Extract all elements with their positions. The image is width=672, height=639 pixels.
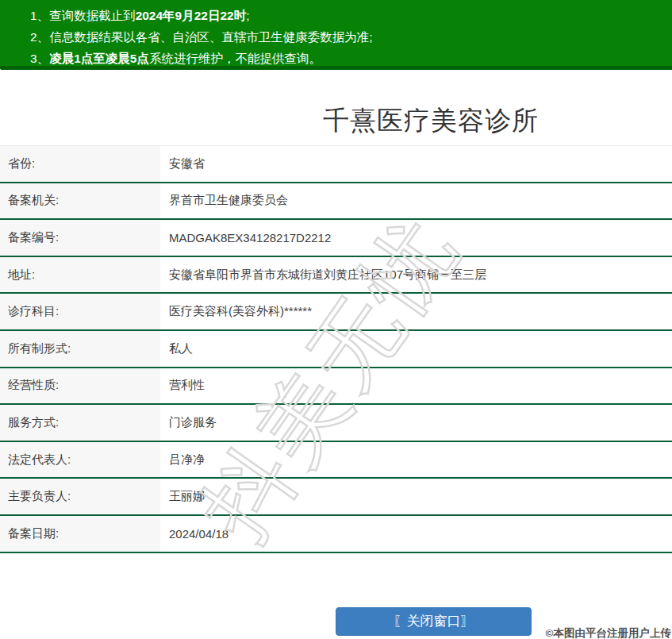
- notice-line-1-bold: 2024年9月22日22时: [136, 9, 247, 22]
- table-row-main-person-in-charge: 主要负责人: 王丽娜: [0, 479, 672, 516]
- row-value: 2024/04/18: [160, 516, 672, 552]
- row-label: 省份:: [0, 146, 160, 182]
- row-value: 私人: [160, 331, 672, 367]
- notice-line-3-number: 3、: [30, 52, 49, 65]
- row-value: MADGAK8EX34128217D2212: [160, 220, 672, 256]
- notice-line-2-number: 2、: [30, 30, 49, 44]
- row-value: 营利性: [160, 368, 672, 404]
- row-label: 备案日期:: [0, 516, 160, 552]
- query-result-page: { "notice": { "lines": [ { "num": "1、", …: [0, 0, 672, 639]
- copyright-watermark: ©本图由平台注册用户上传: [546, 626, 671, 639]
- row-value: 安徽省: [160, 146, 672, 182]
- notice-line-3: 3、凌晨1点至凌晨5点系统进行维护，不能提供查询。: [30, 48, 664, 69]
- row-value: 医疗美容科(美容外科)******: [160, 294, 672, 329]
- table-row-filing-date: 备案日期: 2024/04/18: [0, 516, 672, 553]
- notice-line-2-text: 信息数据结果以各省、自治区、直辖市卫生健康委数据为准;: [49, 30, 372, 44]
- row-value: 门诊服务: [160, 405, 672, 441]
- notice-line-2: 2、信息数据结果以各省、自治区、直辖市卫生健康委数据为准;: [30, 26, 664, 48]
- row-value: 吕净净: [160, 442, 672, 478]
- notice-line-1: 1、查询数据截止到2024年9月22日22时;: [30, 5, 664, 26]
- notice-line-1-number: 1、: [30, 9, 49, 22]
- row-label: 服务方式:: [0, 405, 160, 441]
- table-row-filing-authority: 备案机关: 界首市卫生健康委员会: [0, 183, 672, 221]
- table-row-filing-number: 备案编号: MADGAK8EX34128217D2212: [0, 220, 672, 257]
- row-label: 所有制形式:: [0, 331, 160, 367]
- notice-banner: 1、查询数据截止到2024年9月22日22时; 2、信息数据结果以各省、自治区、…: [0, 0, 672, 70]
- row-value: 安徽省阜阳市界首市东城街道刘黄庄社区107号商铺一至三层: [160, 257, 672, 293]
- notice-line-1-tail: ;: [246, 9, 249, 22]
- close-window-button[interactable]: 〖关闭窗口〗: [336, 607, 532, 636]
- table-row-business-nature: 经营性质: 营利性: [0, 368, 672, 406]
- row-label: 备案编号:: [0, 220, 160, 256]
- row-value: 界首市卫生健康委员会: [160, 183, 672, 219]
- info-table: 省份: 安徽省 备案机关: 界首市卫生健康委员会 备案编号: MADGAK8EX…: [0, 145, 672, 553]
- table-row-address: 地址: 安徽省阜阳市界首市东城街道刘黄庄社区107号商铺一至三层: [0, 257, 672, 294]
- notice-line-3-bold: 凌晨1点至凌晨5点: [49, 52, 149, 65]
- row-value: 王丽娜: [160, 479, 672, 514]
- row-label: 诊疗科目:: [0, 294, 160, 329]
- table-row-province: 省份: 安徽省: [0, 146, 672, 183]
- notice-line-3-tail: 系统进行维护，不能提供查询。: [149, 52, 321, 65]
- notice-line-1-text: 查询数据截止到: [49, 9, 136, 22]
- table-row-legal-representative: 法定代表人: 吕净净: [0, 442, 672, 479]
- row-label: 地址:: [0, 257, 160, 293]
- table-row-ownership: 所有制形式: 私人: [0, 331, 672, 368]
- row-label: 主要负责人:: [0, 479, 160, 514]
- table-row-service-mode: 服务方式: 门诊服务: [0, 405, 672, 442]
- row-label: 备案机关:: [0, 183, 160, 219]
- row-label: 经营性质:: [0, 368, 160, 404]
- row-label: 法定代表人:: [0, 442, 160, 478]
- page-title: 千熹医疗美容诊所: [323, 103, 539, 139]
- table-row-departments: 诊疗科目: 医疗美容科(美容外科)******: [0, 294, 672, 331]
